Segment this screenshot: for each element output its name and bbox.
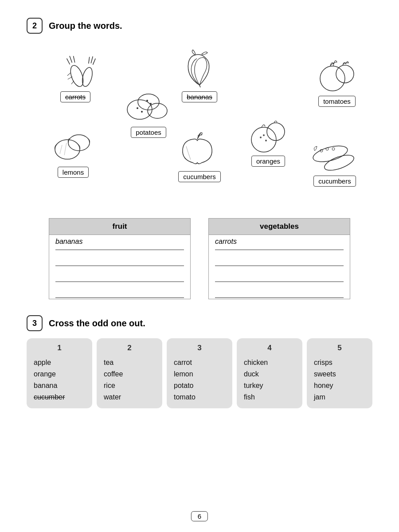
svg-line-3 <box>73 56 76 63</box>
svg-point-17 <box>148 103 167 118</box>
page-number: 6 <box>191 511 208 521</box>
svg-point-35 <box>332 148 335 150</box>
veg-answer-3 <box>215 270 344 282</box>
food-area: carrots bananas <box>27 41 372 205</box>
group-4-item-3: turkey <box>244 380 295 391</box>
group-1-item-4: cucumber <box>34 391 85 403</box>
svg-point-32 <box>323 152 356 173</box>
lemons-label: lemons <box>58 167 89 178</box>
group-4-header: 4 <box>244 344 295 352</box>
veg-row-2 <box>208 251 350 267</box>
group-5-item-4: jam <box>314 391 365 403</box>
group-4-item-1: chicken <box>244 357 295 368</box>
group-1-item-2: orange <box>34 368 85 380</box>
food-carrots: carrots <box>53 54 98 102</box>
exercise2-number: 2 <box>27 18 43 34</box>
potato-icon <box>124 85 173 125</box>
group-2-item-3: rice <box>104 380 155 391</box>
svg-point-23 <box>68 135 90 151</box>
svg-line-9 <box>91 56 93 63</box>
group-3-header: 3 <box>174 344 225 352</box>
bananas-label: bananas <box>182 91 217 102</box>
veg-answer-2 <box>215 254 344 266</box>
exercise3-title: Cross the odd one out. <box>49 318 145 329</box>
exercise3: 3 Cross the odd one out. 1appleorangeban… <box>27 315 372 408</box>
tomato-icon <box>315 54 359 94</box>
veg-row-3 <box>208 267 350 283</box>
food-apples: cucumbers <box>177 129 222 182</box>
exercise2-title: Group the words. <box>49 21 122 31</box>
food-oranges: oranges <box>248 118 288 167</box>
group-5-header: 5 <box>314 344 365 352</box>
svg-line-25 <box>64 143 66 155</box>
svg-line-24 <box>60 145 62 154</box>
cucumbers-label: cucumbers <box>313 176 356 187</box>
group-2-item-2: coffee <box>104 368 155 380</box>
veg-answer-4 <box>215 286 344 298</box>
group-1-item-1: apple <box>34 357 85 368</box>
page: 2 Group the words. <box>0 0 399 532</box>
food-potatoes: potatoes <box>124 85 173 138</box>
exercise3-header: 3 Cross the odd one out. <box>27 315 372 331</box>
group-4-item-4: fish <box>244 391 295 403</box>
veg-row-4 <box>208 283 350 299</box>
fruit-row-3 <box>49 267 191 283</box>
svg-point-20 <box>146 100 148 102</box>
group-4-item-2: duck <box>244 368 295 380</box>
fruit-header: fruit <box>49 218 191 235</box>
group-3-item-4: tomato <box>174 391 225 403</box>
exercise3-number: 3 <box>27 315 43 331</box>
food-tomatoes: tomatoes <box>315 54 359 107</box>
groups-row: 1appleorangebananacucumber2teacoffeerice… <box>27 338 372 408</box>
potatoes-label: potatoes <box>131 127 166 138</box>
svg-line-8 <box>88 57 90 63</box>
carrots-label: carrots <box>60 91 90 102</box>
group-card-1: 1appleorangebananacucumber <box>27 338 92 408</box>
grouping-table: fruit bananas vegetables carrots <box>27 218 372 299</box>
svg-point-15 <box>127 100 152 119</box>
svg-point-30 <box>263 134 265 136</box>
carrot-icon <box>53 54 98 90</box>
exercise2-header: 2 Group the words. <box>27 18 372 34</box>
veg-row-1: carrots <box>208 235 350 251</box>
svg-point-29 <box>265 140 267 141</box>
orange-icon <box>248 118 288 154</box>
apples-label: cucumbers <box>178 171 220 182</box>
group-1-header: 1 <box>34 344 85 352</box>
group-2-item-1: tea <box>104 357 155 368</box>
fruit-row-2 <box>49 251 191 267</box>
svg-line-2 <box>70 56 72 63</box>
group-2-item-4: water <box>104 391 155 403</box>
group-3-item-1: carrot <box>174 357 225 368</box>
svg-point-12 <box>320 66 345 91</box>
veg-answer-1: carrots <box>215 238 344 250</box>
svg-point-19 <box>141 111 143 113</box>
tomatoes-label: tomatoes <box>318 96 356 107</box>
food-lemons: lemons <box>53 129 93 178</box>
svg-point-7 <box>81 66 94 88</box>
food-cucumbers: cucumbers <box>310 138 359 187</box>
svg-point-22 <box>55 140 80 159</box>
fruit-answer-1: bananas <box>55 238 184 250</box>
fruit-answer-2 <box>55 254 184 266</box>
vegetables-header: vegetables <box>208 218 350 235</box>
group-3-item-3: potato <box>174 380 225 391</box>
fruit-answer-4 <box>55 286 184 298</box>
group-5-item-1: crisps <box>314 357 365 368</box>
apple-icon <box>177 129 222 169</box>
svg-point-28 <box>260 137 262 138</box>
group-3-item-2: lemon <box>174 368 225 380</box>
svg-point-18 <box>137 107 138 109</box>
fruit-answer-3 <box>55 270 184 282</box>
group-2-header: 2 <box>104 344 155 352</box>
fruit-table: fruit bananas <box>49 218 191 299</box>
group-5-item-3: honey <box>314 380 365 391</box>
group-card-5: 5crispssweetshoneyjam <box>307 338 372 408</box>
cucumber-icon <box>310 138 359 174</box>
fruit-row-4 <box>49 283 191 299</box>
vegetables-table: vegetables carrots <box>208 218 350 299</box>
svg-line-10 <box>93 58 95 65</box>
svg-line-1 <box>67 58 70 65</box>
group-1-item-3: banana <box>34 380 85 391</box>
banana-icon <box>177 50 222 90</box>
